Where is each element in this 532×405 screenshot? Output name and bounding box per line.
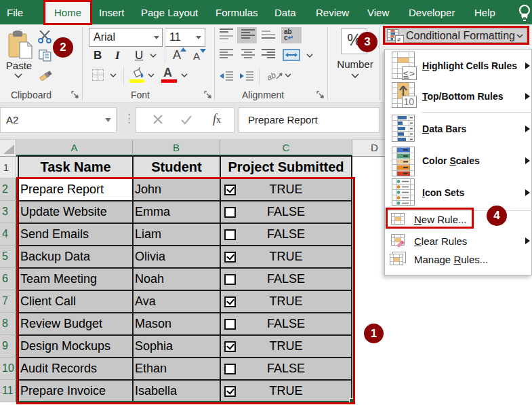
svg-text:>: > [409,69,415,79]
svg-text:10: 10 [404,96,415,107]
svg-text:ab: ab [267,70,278,82]
svg-text:≤: ≤ [403,69,408,79]
